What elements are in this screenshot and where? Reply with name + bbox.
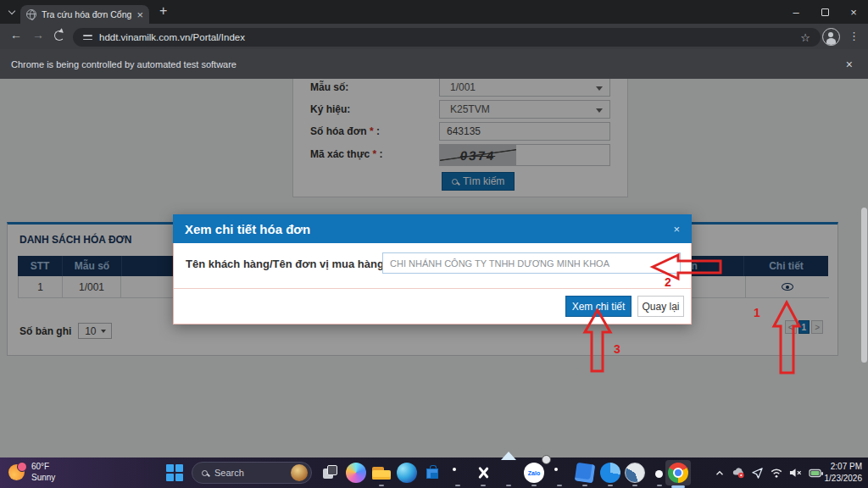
running-indicator xyxy=(506,485,511,486)
profile-avatar[interactable] xyxy=(822,28,840,46)
close-button[interactable]: × xyxy=(839,0,868,24)
screen: Tra cứu hóa đơn Cổng thông ti × + – × ← … xyxy=(0,0,868,488)
tray-chevron-up-icon[interactable] xyxy=(714,467,726,479)
zalo-icon[interactable]: Zalo xyxy=(524,463,544,483)
running-indicator xyxy=(657,485,662,486)
search-placeholder: Search xyxy=(214,468,284,478)
copilot-icon[interactable] xyxy=(346,463,366,483)
modal-close-icon[interactable]: × xyxy=(673,223,680,236)
browser-tab[interactable]: Tra cứu hóa đơn Cổng thông ti × xyxy=(20,5,149,24)
tab-title: Tra cứu hóa đơn Cổng thông ti xyxy=(42,9,131,19)
blue-app-icon[interactable] xyxy=(575,463,595,483)
infobar-text: Chrome is being controlled by automated … xyxy=(11,59,236,69)
go-back-button[interactable]: Quay lại xyxy=(637,296,684,317)
globe-favicon-icon xyxy=(26,9,36,19)
battery-charging-icon[interactable] xyxy=(809,467,824,479)
weather-widget[interactable]: 60°FSunny xyxy=(8,461,55,483)
view-detail-button[interactable]: Xem chi tiết xyxy=(565,296,632,317)
edge-icon[interactable] xyxy=(397,463,417,483)
system-tray xyxy=(714,466,824,480)
running-indicator xyxy=(481,485,486,486)
pie-chart-app-icon[interactable] xyxy=(625,463,645,483)
task-view-icon[interactable] xyxy=(320,463,341,483)
url-text[interactable]: hddt.vinamilk.com.vn/Portal/Index xyxy=(99,32,793,42)
sun-weather-icon xyxy=(8,464,25,480)
customer-name-label: Tên khách hàng/Tên đơn vị mua hàng : xyxy=(186,258,391,270)
profile-badge xyxy=(542,455,551,464)
running-indicator xyxy=(632,485,637,486)
window-controls: – × xyxy=(782,0,868,24)
modal-title: Xem chi tiết hóa đơn xyxy=(185,222,310,236)
invoice-detail-modal: Xem chi tiết hóa đơn × Tên khách hàng/Tê… xyxy=(173,214,692,324)
search-icon xyxy=(202,470,208,476)
new-tab-button[interactable]: + xyxy=(159,3,167,19)
clock-date: 1/23/2026 xyxy=(825,474,863,483)
modal-header: Xem chi tiết hóa đơn × xyxy=(173,214,692,243)
infobar-close-icon[interactable]: × xyxy=(846,58,857,71)
clock-time: 2:07 PM xyxy=(831,462,862,471)
menu-icon[interactable]: ⋮ xyxy=(849,30,860,42)
taskbar-clock[interactable]: 2:07 PM 1/23/2026 xyxy=(825,461,863,485)
file-explorer-icon[interactable] xyxy=(371,463,392,483)
taskbar: 60°FSunny Search Zalo xyxy=(0,458,868,488)
minimize-button[interactable]: – xyxy=(782,0,810,24)
running-indicator xyxy=(379,485,384,486)
running-indicator xyxy=(557,485,562,486)
wifi-icon[interactable] xyxy=(770,467,783,479)
page-viewport: Mẫu số: 1/001 Ký hiệu: K25TVM Số hóa đơn… xyxy=(0,79,868,458)
browser-titlebar: Tra cứu hóa đơn Cổng thông ti × + – × xyxy=(0,0,868,24)
back-button[interactable]: ← xyxy=(10,28,22,42)
tab-search-button[interactable] xyxy=(5,6,19,19)
customer-name-input[interactable] xyxy=(382,252,681,274)
forward-button[interactable]: → xyxy=(32,28,44,42)
running-indicator xyxy=(608,485,613,486)
volume-muted-icon[interactable] xyxy=(789,467,803,479)
scrollbar-thumb[interactable] xyxy=(861,208,867,363)
restore-button[interactable] xyxy=(810,0,839,24)
start-button[interactable] xyxy=(166,464,183,481)
running-indicator xyxy=(582,485,587,486)
active-indicator xyxy=(671,485,685,488)
chevron-down-icon xyxy=(8,8,15,14)
running-indicator xyxy=(531,485,537,486)
restore-icon xyxy=(821,8,829,16)
running-indicator xyxy=(455,485,460,486)
reload-icon[interactable] xyxy=(54,30,64,41)
taskbar-search[interactable]: Search xyxy=(192,462,312,484)
bing-daily-image xyxy=(291,464,308,481)
modal-divider xyxy=(174,288,691,289)
site-info-icon[interactable] xyxy=(83,35,92,40)
location-arrow-icon[interactable] xyxy=(751,467,764,480)
weather-temp: 60°F xyxy=(31,462,49,471)
weather-desc: Sunny xyxy=(31,473,55,482)
address-bar[interactable]: hddt.vinamilk.com.vn/Portal/Index ☆ xyxy=(73,28,821,47)
onedrive-alert-icon[interactable] xyxy=(732,466,745,480)
automation-infobar: Chrome is being controlled by automated … xyxy=(0,49,868,79)
bookmark-star-icon[interactable]: ☆ xyxy=(800,31,810,44)
tab-close-icon[interactable]: × xyxy=(136,9,143,20)
blue-circle-app-icon[interactable] xyxy=(600,463,620,483)
chrome-active-icon[interactable] xyxy=(665,460,691,485)
